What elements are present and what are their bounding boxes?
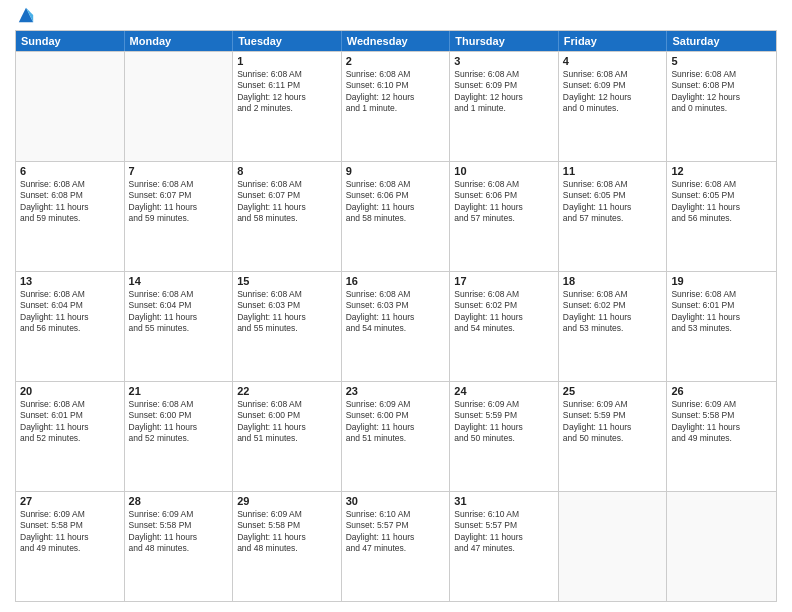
cell-info-line: Sunrise: 6:08 AM xyxy=(237,69,337,80)
cell-info-line: and 50 minutes. xyxy=(563,433,663,444)
cell-info-line: Daylight: 11 hours xyxy=(346,422,446,433)
cell-info-line: and 48 minutes. xyxy=(237,543,337,554)
cell-info-line: Daylight: 11 hours xyxy=(20,532,120,543)
cell-info-line: and 1 minute. xyxy=(454,103,554,114)
calendar-cell: 8Sunrise: 6:08 AMSunset: 6:07 PMDaylight… xyxy=(233,162,342,271)
cell-info-line: and 56 minutes. xyxy=(671,213,772,224)
cell-info-line: Daylight: 11 hours xyxy=(129,422,229,433)
calendar-header: SundayMondayTuesdayWednesdayThursdayFrid… xyxy=(16,31,776,51)
cell-info-line: Sunset: 6:00 PM xyxy=(129,410,229,421)
cell-info-line: and 50 minutes. xyxy=(454,433,554,444)
cell-info-line: Daylight: 11 hours xyxy=(20,312,120,323)
cell-info-line: and 51 minutes. xyxy=(237,433,337,444)
cell-info-line: Sunset: 6:04 PM xyxy=(20,300,120,311)
cell-info-line: and 56 minutes. xyxy=(20,323,120,334)
cell-info-line: Sunrise: 6:08 AM xyxy=(20,399,120,410)
cell-info-line: Sunset: 5:58 PM xyxy=(129,520,229,531)
logo xyxy=(15,14,35,24)
cell-info-line: and 58 minutes. xyxy=(237,213,337,224)
cell-info-line: Sunset: 6:02 PM xyxy=(563,300,663,311)
cell-info-line: Daylight: 11 hours xyxy=(454,312,554,323)
day-number: 14 xyxy=(129,275,229,287)
cell-info-line: Sunrise: 6:08 AM xyxy=(671,179,772,190)
day-number: 15 xyxy=(237,275,337,287)
cell-info-line: Sunrise: 6:08 AM xyxy=(237,399,337,410)
cell-info-line: and 55 minutes. xyxy=(129,323,229,334)
cell-info-line: Sunset: 6:10 PM xyxy=(346,80,446,91)
cell-info-line: Sunset: 5:58 PM xyxy=(671,410,772,421)
calendar-cell: 6Sunrise: 6:08 AMSunset: 6:08 PMDaylight… xyxy=(16,162,125,271)
cell-info-line: Sunset: 5:57 PM xyxy=(454,520,554,531)
cell-info-line: Daylight: 11 hours xyxy=(563,312,663,323)
cell-info-line: Daylight: 11 hours xyxy=(346,202,446,213)
cell-info-line: Sunrise: 6:08 AM xyxy=(563,289,663,300)
day-number: 31 xyxy=(454,495,554,507)
cell-info-line: Sunrise: 6:08 AM xyxy=(563,179,663,190)
cell-info-line: Sunrise: 6:08 AM xyxy=(671,289,772,300)
cell-info-line: Sunset: 6:00 PM xyxy=(346,410,446,421)
calendar-cell xyxy=(667,492,776,601)
cell-info-line: Daylight: 11 hours xyxy=(20,202,120,213)
calendar-cell: 23Sunrise: 6:09 AMSunset: 6:00 PMDayligh… xyxy=(342,382,451,491)
cell-info-line: Sunset: 6:02 PM xyxy=(454,300,554,311)
calendar-cell: 22Sunrise: 6:08 AMSunset: 6:00 PMDayligh… xyxy=(233,382,342,491)
day-number: 11 xyxy=(563,165,663,177)
cell-info-line: and 0 minutes. xyxy=(563,103,663,114)
cell-info-line: Daylight: 11 hours xyxy=(129,312,229,323)
day-number: 8 xyxy=(237,165,337,177)
day-number: 23 xyxy=(346,385,446,397)
calendar-cell: 18Sunrise: 6:08 AMSunset: 6:02 PMDayligh… xyxy=(559,272,668,381)
weekday-header: Tuesday xyxy=(233,31,342,51)
cell-info-line: Sunset: 6:06 PM xyxy=(346,190,446,201)
calendar-week: 27Sunrise: 6:09 AMSunset: 5:58 PMDayligh… xyxy=(16,491,776,601)
cell-info-line: Daylight: 11 hours xyxy=(237,202,337,213)
calendar-cell: 24Sunrise: 6:09 AMSunset: 5:59 PMDayligh… xyxy=(450,382,559,491)
day-number: 29 xyxy=(237,495,337,507)
cell-info-line: Sunrise: 6:09 AM xyxy=(563,399,663,410)
cell-info-line: Sunset: 6:06 PM xyxy=(454,190,554,201)
weekday-header: Friday xyxy=(559,31,668,51)
cell-info-line: Sunrise: 6:08 AM xyxy=(454,179,554,190)
cell-info-line: and 54 minutes. xyxy=(346,323,446,334)
cell-info-line: Daylight: 11 hours xyxy=(237,532,337,543)
cell-info-line: Daylight: 11 hours xyxy=(563,422,663,433)
cell-info-line: and 49 minutes. xyxy=(671,433,772,444)
cell-info-line: Sunset: 6:03 PM xyxy=(346,300,446,311)
cell-info-line: Daylight: 11 hours xyxy=(129,532,229,543)
day-number: 18 xyxy=(563,275,663,287)
calendar-cell: 25Sunrise: 6:09 AMSunset: 5:59 PMDayligh… xyxy=(559,382,668,491)
cell-info-line: Sunset: 5:57 PM xyxy=(346,520,446,531)
calendar-cell: 17Sunrise: 6:08 AMSunset: 6:02 PMDayligh… xyxy=(450,272,559,381)
cell-info-line: and 49 minutes. xyxy=(20,543,120,554)
calendar-cell: 26Sunrise: 6:09 AMSunset: 5:58 PMDayligh… xyxy=(667,382,776,491)
calendar-cell xyxy=(16,52,125,161)
calendar-week: 6Sunrise: 6:08 AMSunset: 6:08 PMDaylight… xyxy=(16,161,776,271)
cell-info-line: Sunrise: 6:08 AM xyxy=(20,179,120,190)
cell-info-line: and 47 minutes. xyxy=(346,543,446,554)
cell-info-line: Daylight: 12 hours xyxy=(671,92,772,103)
weekday-header: Thursday xyxy=(450,31,559,51)
cell-info-line: Daylight: 12 hours xyxy=(563,92,663,103)
calendar-week: 20Sunrise: 6:08 AMSunset: 6:01 PMDayligh… xyxy=(16,381,776,491)
cell-info-line: Sunset: 6:07 PM xyxy=(129,190,229,201)
cell-info-line: Sunrise: 6:10 AM xyxy=(454,509,554,520)
day-number: 30 xyxy=(346,495,446,507)
day-number: 28 xyxy=(129,495,229,507)
cell-info-line: Sunset: 5:58 PM xyxy=(237,520,337,531)
cell-info-line: Daylight: 11 hours xyxy=(563,202,663,213)
cell-info-line: Daylight: 11 hours xyxy=(454,202,554,213)
cell-info-line: Sunset: 6:05 PM xyxy=(671,190,772,201)
cell-info-line: Sunrise: 6:08 AM xyxy=(20,289,120,300)
day-number: 20 xyxy=(20,385,120,397)
header xyxy=(15,10,777,24)
cell-info-line: Sunset: 5:59 PM xyxy=(454,410,554,421)
cell-info-line: Daylight: 12 hours xyxy=(454,92,554,103)
cell-info-line: and 47 minutes. xyxy=(454,543,554,554)
calendar-cell: 27Sunrise: 6:09 AMSunset: 5:58 PMDayligh… xyxy=(16,492,125,601)
day-number: 3 xyxy=(454,55,554,67)
calendar-cell: 15Sunrise: 6:08 AMSunset: 6:03 PMDayligh… xyxy=(233,272,342,381)
cell-info-line: Daylight: 11 hours xyxy=(671,312,772,323)
cell-info-line: Sunset: 6:05 PM xyxy=(563,190,663,201)
cell-info-line: and 48 minutes. xyxy=(129,543,229,554)
cell-info-line: and 1 minute. xyxy=(346,103,446,114)
